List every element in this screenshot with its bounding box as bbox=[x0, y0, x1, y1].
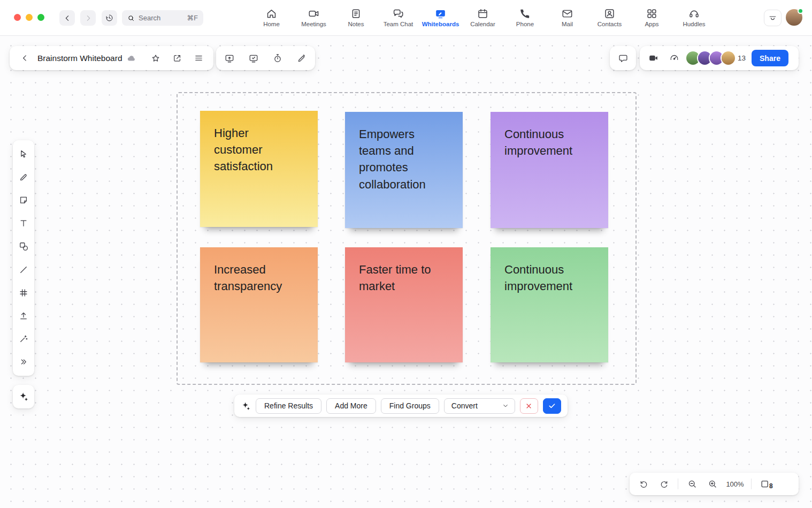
forward-button[interactable] bbox=[80, 10, 96, 26]
nav-item-mail[interactable]: Mail bbox=[546, 0, 588, 35]
present-icon bbox=[225, 54, 234, 63]
chevrons-right-icon bbox=[19, 358, 28, 366]
sticky-note-blue[interactable]: Empowers teams and promotes collaboratio… bbox=[345, 112, 463, 228]
chevron-down-icon bbox=[502, 402, 509, 410]
timer-button[interactable] bbox=[269, 50, 286, 67]
participant-avatars[interactable]: 13 bbox=[686, 51, 746, 65]
add-more-button[interactable]: Add More bbox=[326, 398, 376, 414]
undo-button[interactable] bbox=[635, 476, 652, 492]
refine-results-button[interactable]: Refine Results bbox=[256, 398, 321, 414]
frames-count: 8 bbox=[769, 482, 773, 490]
select-tool-button[interactable] bbox=[14, 145, 33, 164]
text-tool-button[interactable] bbox=[14, 214, 33, 233]
frame-tool-button[interactable] bbox=[14, 283, 33, 302]
board-actions-toolbar bbox=[216, 46, 315, 70]
smart-draw-button[interactable] bbox=[293, 50, 310, 67]
sticky-note-icon bbox=[19, 195, 28, 205]
redo-icon bbox=[660, 480, 669, 489]
whiteboard-icon bbox=[435, 8, 446, 19]
redo-button[interactable] bbox=[655, 476, 672, 492]
magic-tools-button[interactable] bbox=[14, 329, 33, 348]
search-input[interactable]: Search ⌘F bbox=[122, 10, 203, 26]
screen-check-button[interactable] bbox=[245, 50, 262, 67]
favorite-button[interactable] bbox=[147, 50, 164, 67]
mail-icon bbox=[562, 8, 573, 19]
nav-item-team-chat[interactable]: Team Chat bbox=[377, 0, 419, 35]
board-title-toolbar: Brainstorm Whiteboard bbox=[10, 46, 213, 70]
share-button[interactable]: Share bbox=[752, 50, 788, 66]
activity-button[interactable] bbox=[665, 50, 683, 67]
workspaces-icon bbox=[768, 13, 777, 22]
tool-rail bbox=[13, 140, 34, 376]
huddles-icon bbox=[688, 8, 700, 19]
nav-item-notes[interactable]: Notes bbox=[335, 0, 377, 35]
reject-button[interactable] bbox=[520, 398, 538, 414]
nav-item-whiteboards[interactable]: Whiteboards bbox=[419, 0, 462, 35]
close-window-button[interactable] bbox=[14, 14, 21, 21]
history-button[interactable] bbox=[102, 10, 117, 26]
phone-icon bbox=[519, 8, 531, 19]
search-shortcut: ⌘F bbox=[187, 14, 198, 22]
window-controls bbox=[14, 14, 44, 21]
chevron-right-icon bbox=[84, 14, 93, 22]
nav-item-home[interactable]: Home bbox=[250, 0, 293, 35]
present-button[interactable] bbox=[221, 50, 238, 67]
convert-dropdown[interactable]: Convert bbox=[444, 398, 515, 414]
upload-icon bbox=[19, 311, 28, 321]
sticky-note-tool-button[interactable] bbox=[14, 191, 33, 210]
frame-icon bbox=[19, 288, 28, 298]
board-back-button[interactable] bbox=[16, 50, 33, 67]
comment-button[interactable] bbox=[615, 50, 632, 67]
nav-item-calendar[interactable]: Calendar bbox=[462, 0, 504, 35]
zoom-in-button[interactable] bbox=[704, 476, 721, 492]
nav-item-phone[interactable]: Phone bbox=[504, 0, 546, 35]
workspaces-button[interactable] bbox=[764, 10, 782, 26]
sticky-note-text: Empowers teams and promotes collaboratio… bbox=[345, 112, 456, 207]
notes-icon bbox=[350, 8, 362, 19]
sticky-note-yellow[interactable]: Higher customer satisfaction bbox=[200, 111, 318, 227]
board-menu-button[interactable] bbox=[190, 50, 207, 67]
nav-item-contacts[interactable]: Contacts bbox=[588, 0, 631, 35]
participant-count: 13 bbox=[738, 54, 746, 62]
sticky-note-text: Continuous improvement bbox=[491, 247, 602, 308]
nav-item-huddles[interactable]: Huddles bbox=[673, 0, 715, 35]
nav-item-meetings[interactable]: Meetings bbox=[293, 0, 335, 35]
ai-companion-button[interactable] bbox=[13, 385, 34, 408]
line-icon bbox=[19, 265, 28, 275]
shapes-tool-button[interactable] bbox=[14, 237, 33, 256]
pen-tool-button[interactable] bbox=[14, 168, 33, 187]
zoom-out-icon bbox=[687, 479, 697, 489]
comments-toolbar bbox=[610, 46, 636, 70]
whiteboard-canvas[interactable]: Higher customer satisfaction Empowers te… bbox=[0, 36, 812, 508]
smart-draw-icon bbox=[297, 54, 307, 63]
cloud-sync-icon bbox=[127, 54, 136, 63]
accept-button[interactable] bbox=[543, 398, 561, 414]
participant-avatar bbox=[722, 51, 735, 65]
open-external-button[interactable] bbox=[168, 50, 186, 67]
nav-item-apps[interactable]: Apps bbox=[631, 0, 673, 35]
check-icon bbox=[548, 401, 556, 410]
minimize-window-button[interactable] bbox=[26, 14, 33, 21]
sticky-note-red[interactable]: Faster time to market bbox=[345, 247, 463, 362]
start-meeting-button[interactable] bbox=[645, 50, 662, 67]
sticky-note-text: Faster time to market bbox=[345, 247, 456, 308]
expand-rail-button[interactable] bbox=[14, 352, 33, 371]
timer-icon bbox=[273, 54, 282, 63]
contacts-icon bbox=[604, 8, 615, 19]
find-groups-button[interactable]: Find Groups bbox=[381, 398, 439, 414]
frames-panel-button[interactable]: 8 bbox=[757, 476, 777, 492]
sticky-note-purple[interactable]: Continuous improvement bbox=[491, 112, 608, 228]
zoom-in-icon bbox=[708, 479, 717, 489]
search-icon bbox=[127, 14, 135, 22]
divider bbox=[751, 479, 752, 489]
zoom-window-button[interactable] bbox=[37, 14, 44, 21]
user-avatar[interactable] bbox=[786, 9, 802, 26]
back-button[interactable] bbox=[59, 10, 75, 26]
cursor-icon bbox=[19, 149, 28, 159]
upload-tool-button[interactable] bbox=[14, 306, 33, 325]
sticky-note-green[interactable]: Continuous improvement bbox=[491, 247, 608, 362]
line-tool-button[interactable] bbox=[14, 260, 33, 279]
zoom-out-button[interactable] bbox=[684, 476, 701, 492]
sticky-note-text: Higher customer satisfaction bbox=[200, 111, 311, 189]
sticky-note-orange[interactable]: Increased transparency bbox=[200, 247, 318, 362]
